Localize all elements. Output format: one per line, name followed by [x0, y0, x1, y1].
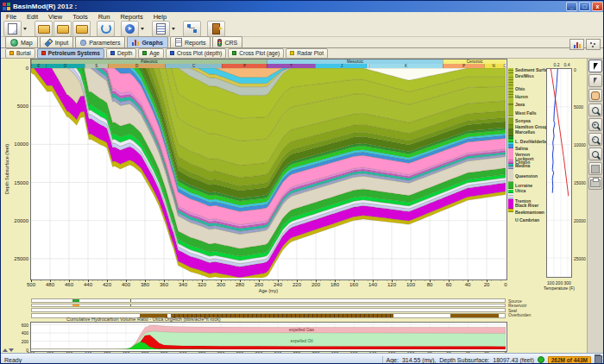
burial-chart-canvas[interactable] [31, 68, 506, 278]
globe-icon [10, 39, 18, 47]
refresh-icon [101, 23, 111, 34]
tab-crs[interactable]: CRS [212, 36, 242, 47]
chart-tools-toolbar: +- [588, 60, 602, 191]
toolbar-report-document-button[interactable] [152, 21, 170, 37]
toolbar-exit-button[interactable] [207, 21, 225, 37]
strat-strip-queenston [508, 169, 513, 182]
zoom-out-icon: - [592, 136, 599, 143]
zoom-out-button[interactable]: - [588, 133, 602, 146]
x-tick-label: 320 [193, 282, 211, 287]
menu-bar: FileEditViewToolsRunReportsHelp [1, 12, 604, 21]
exit-icon [212, 23, 220, 35]
memory-indicator[interactable]: 262M of 443M [548, 356, 591, 364]
select-cursor-icon [594, 63, 598, 70]
event-track-source [31, 298, 506, 303]
trash-icon[interactable] [595, 355, 602, 364]
menu-tools[interactable]: Tools [67, 13, 93, 21]
x-tick-label: 160 [345, 282, 362, 287]
graph-tab-depth[interactable]: Depth [106, 48, 136, 59]
temperature-chart-canvas[interactable] [547, 69, 571, 277]
toolbar-flowchart-button[interactable] [183, 21, 201, 37]
x-tick-label: 440 [79, 282, 97, 287]
toolbar-folder-new-button[interactable] [53, 21, 72, 37]
graph-tab-cross-plot-age[interactable]: Cross Plot (age) [228, 48, 284, 59]
event-bar [72, 299, 79, 302]
zoom-in-button[interactable]: + [588, 118, 602, 131]
strat-label-beekmantown: Beekmantown [515, 210, 544, 215]
tab-map[interactable]: Map [5, 36, 38, 47]
expulsion-y-tick-label: 400 [15, 330, 28, 336]
status-depth-label: Depth Subsurface: [439, 357, 489, 363]
pan-hand-button[interactable] [588, 89, 602, 102]
x-tick-label: 420 [98, 282, 116, 287]
maturity-blue-line [552, 69, 557, 193]
strat-strip-ohio [508, 105, 513, 116]
tab-input[interactable]: Input [40, 36, 74, 47]
x-tick-label: 200 [307, 282, 324, 287]
graph-tab-cross-plot-depth[interactable]: Cross Plot (depth) [166, 48, 226, 59]
select-cursor-button[interactable] [588, 60, 602, 72]
menu-edit[interactable]: Edit [22, 13, 43, 21]
maximize-button[interactable]: □ [579, 2, 590, 11]
strat-strip-lorraine [508, 182, 513, 189]
expulsion-y-tick-label: 600 [15, 323, 28, 328]
toolbar [1, 21, 604, 37]
expulsion-chart-canvas[interactable] [31, 323, 506, 349]
folder-edit-icon [76, 25, 88, 34]
tab-graphs[interactable]: Graphs [127, 36, 168, 47]
menu-run[interactable]: Run [93, 13, 116, 21]
flowchart-icon [187, 24, 197, 33]
scatter-button[interactable] [586, 39, 601, 50]
menu-view[interactable]: View [43, 13, 67, 21]
zoom-window-button[interactable] [588, 104, 602, 116]
status-ready: Ready [4, 357, 22, 363]
scroll-up-icon[interactable] [3, 348, 8, 352]
strat-strip-beekmantown [508, 199, 513, 209]
tab-parameters[interactable]: Parameters [75, 36, 125, 47]
toolbar-folder-edit-button[interactable] [72, 21, 91, 37]
close-button[interactable]: x [592, 2, 603, 11]
menu-reports[interactable]: Reports [115, 13, 148, 21]
menu-file[interactable]: File [1, 13, 22, 21]
menu-help[interactable]: Help [148, 13, 172, 21]
graph-tab-petroleum-systems[interactable]: Petroleum Systems [37, 48, 104, 59]
magnifier-button[interactable] [588, 147, 602, 160]
zoom-in-icon: + [592, 122, 599, 129]
x-tick-label: 240 [269, 282, 286, 287]
document-icon [175, 38, 182, 47]
strat-label-west-falls: West Falls [515, 111, 537, 116]
annotate-cursor-button[interactable] [588, 74, 602, 87]
toolbar-refresh-button[interactable] [97, 21, 115, 37]
toolbar-new-document-dropdown-icon[interactable] [23, 28, 27, 30]
graph-tab-burial[interactable]: Burial [5, 48, 35, 59]
toolbar-run-button[interactable] [121, 21, 139, 37]
toolbar-new-document-button[interactable] [3, 21, 22, 37]
graph-tab-age[interactable]: Age [138, 48, 164, 59]
strat-label-utica: Utica [515, 189, 525, 193]
toolbar-report-document-dropdown-icon[interactable] [172, 28, 175, 30]
status-age-label: Age: [387, 357, 399, 363]
temp-depth-tick-label: 0 [574, 67, 586, 72]
event-track-seal [31, 308, 506, 312]
strat-label-ohio: Ohio [515, 87, 525, 91]
status-divider [382, 356, 383, 364]
tab-reports[interactable]: Reports [170, 36, 211, 47]
pencil-icon [44, 38, 53, 47]
scatter-icon [589, 41, 597, 48]
strat-label-sonyea: Sonyea [515, 119, 531, 123]
title-bar[interactable]: BasinMod(R) 2012 : _ □ x [1, 1, 604, 12]
strat-label-black-river: Black River [515, 204, 538, 208]
x-tick-label: 380 [136, 282, 154, 287]
folder-new-icon [57, 25, 69, 34]
toolbar-run-dropdown-icon[interactable] [141, 28, 144, 30]
gray-box-button[interactable] [588, 162, 602, 175]
scroll-down-icon[interactable] [9, 348, 14, 352]
bar-chart-button[interactable] [569, 39, 584, 50]
pan-hand-icon [591, 91, 600, 100]
x-tick-label: 280 [231, 282, 249, 287]
minimize-button[interactable]: _ [566, 2, 577, 11]
print-button[interactable] [588, 177, 602, 190]
toolbar-open-project-button[interactable] [35, 21, 53, 37]
bar-chart-icon [132, 39, 139, 46]
graph-tab-radar-plot[interactable]: Radar Plot [286, 48, 328, 59]
